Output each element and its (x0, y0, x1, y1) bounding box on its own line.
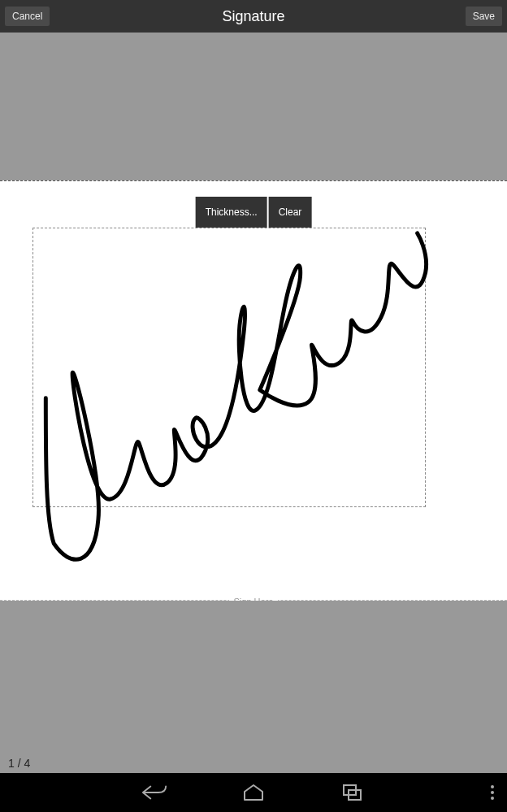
signature-drawing (33, 228, 425, 506)
signature-panel: Thickness... Clear Sign Here (0, 180, 507, 601)
clear-button[interactable]: Clear (269, 197, 312, 228)
back-icon[interactable] (141, 781, 167, 804)
home-icon[interactable] (240, 781, 266, 804)
thickness-button[interactable]: Thickness... (196, 197, 267, 228)
page-total: 4 (24, 757, 30, 770)
spacer-bottom (0, 601, 507, 773)
signature-canvas[interactable] (32, 228, 426, 507)
page-title: Signature (0, 8, 507, 25)
spacer-top (0, 33, 507, 180)
overflow-menu-icon[interactable] (491, 785, 494, 800)
recent-apps-icon[interactable] (340, 781, 366, 804)
app-bar: Cancel Signature Save (0, 0, 507, 33)
cancel-button[interactable]: Cancel (5, 7, 50, 26)
page-current: 1 (8, 757, 15, 770)
nav-icons (141, 781, 366, 804)
page-indicator: 1 / 4 (8, 757, 30, 770)
signature-toolbar: Thickness... Clear (196, 197, 312, 228)
page-sep: / (15, 757, 24, 770)
save-button[interactable]: Save (466, 7, 502, 26)
nav-bar (0, 773, 507, 812)
